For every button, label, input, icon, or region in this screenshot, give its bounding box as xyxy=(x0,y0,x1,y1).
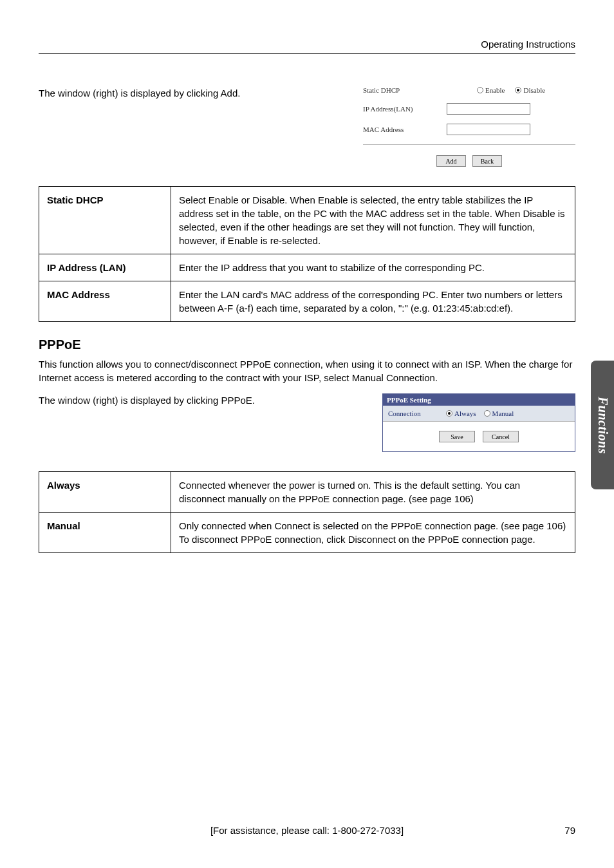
cancel-button[interactable]: Cancel xyxy=(483,431,519,442)
header-title: Operating Instructions xyxy=(39,39,575,50)
header-rule xyxy=(39,53,575,54)
pppoe-setting-box: PPPoE Setting Connection Always Manual S… xyxy=(382,393,575,452)
enable-radio[interactable]: Enable xyxy=(477,86,505,94)
manual-radio-label: Manual xyxy=(492,410,514,417)
page-number: 79 xyxy=(550,825,575,836)
row-desc: Enter the LAN card's MAC address of the … xyxy=(171,281,575,322)
section-tab: Functions xyxy=(591,361,614,489)
static-dhcp-label: Static DHCP xyxy=(363,86,447,94)
always-radio[interactable]: Always xyxy=(446,410,476,417)
row-label: Static DHCP xyxy=(39,187,171,254)
add-button[interactable]: Add xyxy=(436,155,466,167)
pppoe-table: Always Connected whenever the power is t… xyxy=(39,471,575,553)
radio-icon xyxy=(515,87,521,93)
table-row: Manual Only connected when Connect is se… xyxy=(39,513,575,553)
section-tab-label: Functions xyxy=(595,397,610,454)
static-dhcp-intro: The window (right) is displayed by click… xyxy=(39,86,350,100)
disable-radio[interactable]: Disable xyxy=(515,86,545,94)
footer-assist: [For assistance, please call: 1-800-272-… xyxy=(64,825,550,836)
always-radio-label: Always xyxy=(454,410,476,417)
static-dhcp-form: Static DHCP Enable Disable IP Address(LA… xyxy=(363,86,575,167)
row-desc: Enter the IP address that you want to st… xyxy=(171,254,575,281)
pppoe-heading: PPPoE xyxy=(39,337,575,352)
radio-icon xyxy=(484,410,490,417)
static-dhcp-table: Static DHCP Select Enable or Disable. Wh… xyxy=(39,186,575,322)
radio-icon xyxy=(477,87,483,93)
table-row: Always Connected whenever the power is t… xyxy=(39,472,575,513)
row-label: MAC Address xyxy=(39,281,171,322)
row-label: IP Address (LAN) xyxy=(39,254,171,281)
back-button[interactable]: Back xyxy=(472,155,502,167)
connection-label: Connection xyxy=(388,410,446,417)
mac-address-input[interactable] xyxy=(447,124,530,135)
pppoe-intro: The window (right) is displayed by click… xyxy=(39,393,369,407)
pppoe-box-title: PPPoE Setting xyxy=(383,394,575,406)
pppoe-body: This function allows you to connect/disc… xyxy=(39,357,575,384)
save-button[interactable]: Save xyxy=(439,431,475,442)
row-desc: Connected whenever the power is turned o… xyxy=(171,472,575,513)
table-row: MAC Address Enter the LAN card's MAC add… xyxy=(39,281,575,322)
enable-radio-label: Enable xyxy=(485,86,505,94)
ip-address-input[interactable] xyxy=(447,103,530,115)
table-row: IP Address (LAN) Enter the IP address th… xyxy=(39,254,575,281)
row-label: Manual xyxy=(39,513,171,553)
mac-address-label: MAC Address xyxy=(363,126,447,133)
radio-icon xyxy=(446,410,452,417)
table-row: Static DHCP Select Enable or Disable. Wh… xyxy=(39,187,575,254)
row-label: Always xyxy=(39,472,171,513)
manual-radio[interactable]: Manual xyxy=(484,410,514,417)
disable-radio-label: Disable xyxy=(523,86,545,94)
page-footer: [For assistance, please call: 1-800-272-… xyxy=(39,825,575,836)
row-desc: Only connected when Connect is selected … xyxy=(171,513,575,553)
ip-address-label: IP Address(LAN) xyxy=(363,105,447,113)
row-desc: Select Enable or Disable. When Enable is… xyxy=(171,187,575,254)
